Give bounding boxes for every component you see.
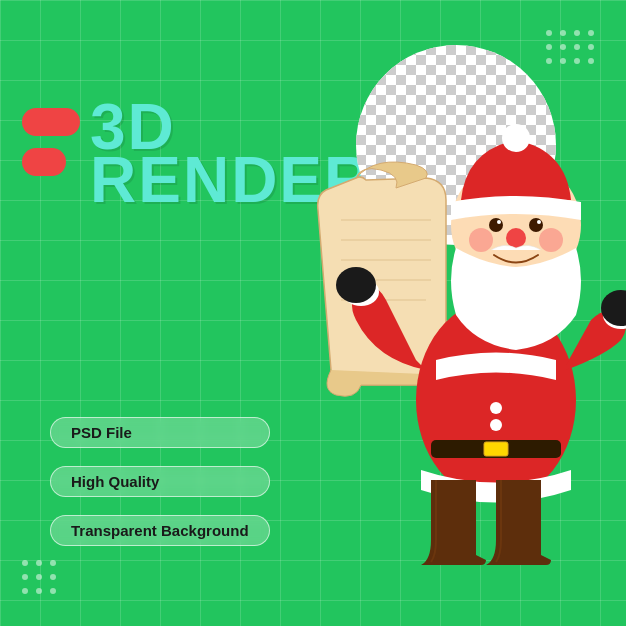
santa-illustration — [276, 50, 626, 590]
svg-point-19 — [537, 220, 541, 224]
transparent-badge: Transparent Background — [50, 515, 270, 546]
badges-column: PSD File High Quality Transparent Backgr… — [50, 417, 270, 556]
svg-point-18 — [497, 220, 501, 224]
psd-file-badge: PSD File — [50, 417, 270, 448]
main-container: 3D RENDER — [0, 0, 626, 626]
svg-point-16 — [489, 218, 503, 232]
svg-point-21 — [539, 228, 563, 252]
high-quality-badge: High Quality — [50, 466, 270, 497]
badges-area: PSD File High Quality Transparent Backgr… — [50, 417, 270, 556]
svg-point-22 — [506, 228, 526, 248]
svg-point-20 — [469, 228, 493, 252]
svg-point-15 — [502, 124, 530, 152]
red-bar-bottom — [22, 148, 66, 176]
svg-point-8 — [490, 419, 502, 431]
svg-point-11 — [336, 267, 376, 303]
svg-rect-7 — [484, 442, 508, 456]
red-bar-top — [22, 108, 80, 136]
dots-bottom-left — [22, 560, 58, 596]
svg-point-9 — [490, 402, 502, 414]
svg-point-17 — [529, 218, 543, 232]
